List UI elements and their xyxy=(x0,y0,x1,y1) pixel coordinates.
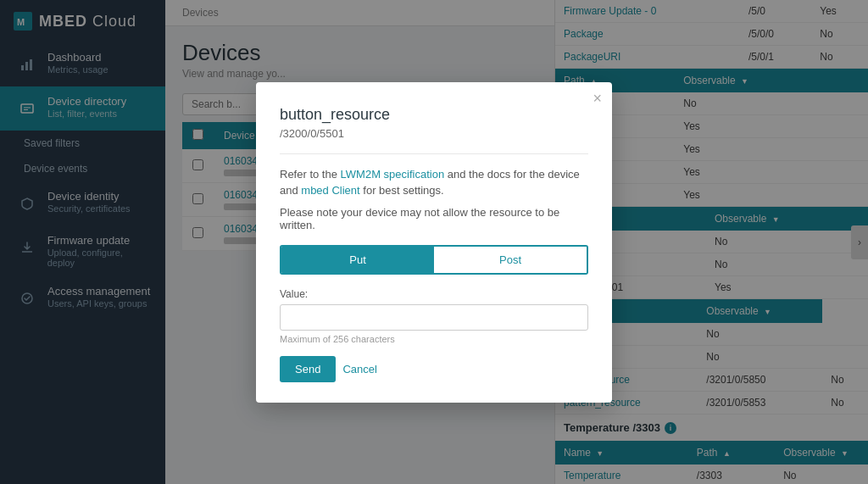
mbed-client-link[interactable]: mbed Client xyxy=(301,184,359,197)
tab-post[interactable]: Post xyxy=(434,247,587,273)
desc-prefix: Refer to the xyxy=(280,168,341,181)
modal-divider xyxy=(280,153,588,154)
send-button[interactable]: Send xyxy=(280,356,336,382)
max-chars-hint: Maximum of 256 characters xyxy=(280,334,588,344)
modal-description: Refer to the LWM2M specification and the… xyxy=(280,166,588,199)
modal-tabs: Put Post xyxy=(280,245,588,275)
desc-suffix: for best settings. xyxy=(360,184,444,197)
modal-overlay: × button_resource /3200/0/5501 Refer to … xyxy=(0,0,868,484)
cancel-button[interactable]: Cancel xyxy=(342,363,376,376)
lwm2m-link[interactable]: LWM2M specification xyxy=(341,168,445,181)
modal-dialog: × button_resource /3200/0/5501 Refer to … xyxy=(256,82,612,403)
modal-warning: Please note your device may not allow th… xyxy=(280,206,588,231)
modal-actions: Send Cancel xyxy=(280,356,588,382)
value-label: Value: xyxy=(280,288,588,300)
modal-close-button[interactable]: × xyxy=(593,91,602,106)
value-input[interactable] xyxy=(280,304,588,331)
tab-put[interactable]: Put xyxy=(281,247,434,273)
modal-path: /3200/0/5501 xyxy=(280,127,588,140)
modal-title: button_resource xyxy=(280,106,588,124)
